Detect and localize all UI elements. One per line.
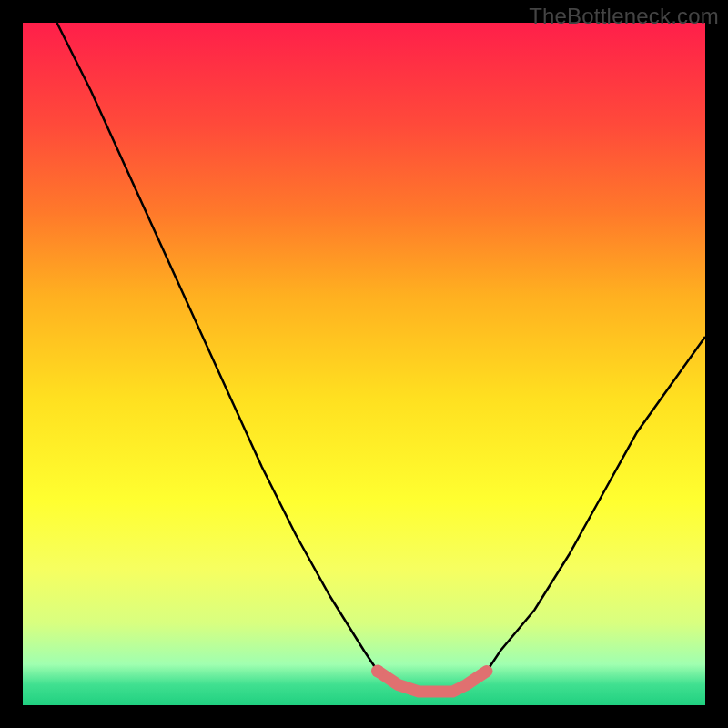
- bottleneck-curve: [57, 23, 706, 692]
- optimal-range-highlight: [378, 672, 487, 693]
- chart-plot-area: [23, 23, 705, 705]
- chart-frame: TheBottleneck.com: [0, 0, 728, 728]
- chart-svg: [23, 23, 705, 705]
- watermark-text: TheBottleneck.com: [529, 4, 719, 29]
- highlight-start-dot-icon: [371, 665, 384, 678]
